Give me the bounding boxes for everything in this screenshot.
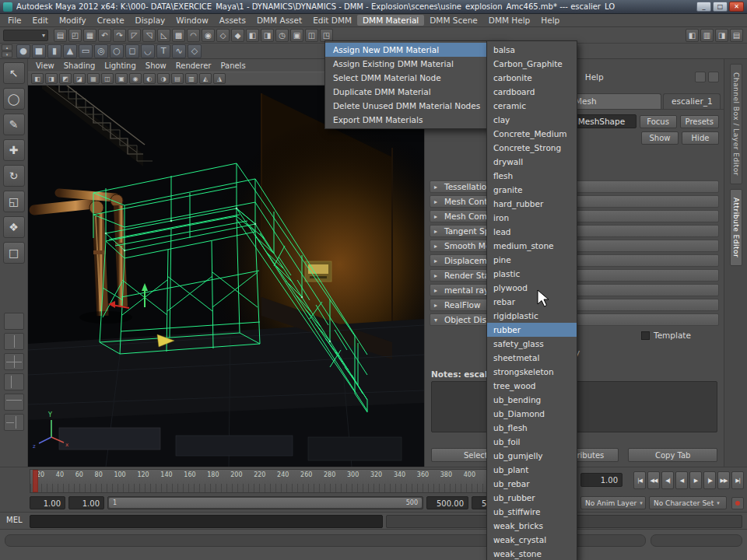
menu-item[interactable]: DMM Help — [483, 15, 535, 26]
menu-item[interactable]: Create — [92, 15, 130, 26]
material-item[interactable]: granite — [487, 183, 577, 197]
shelf-curve-icon[interactable]: ◡ — [141, 44, 155, 58]
render-current-frame-icon[interactable]: ▣ — [290, 29, 303, 42]
select-hierarchy-icon[interactable]: ◸ — [128, 29, 141, 42]
shelf-poly-icon[interactable]: ◇ — [188, 44, 202, 58]
ae-tab[interactable]: escalier_1 — [663, 93, 721, 109]
shelf-torus-icon[interactable]: ◎ — [94, 44, 108, 58]
dmm-menu-item[interactable]: Duplicate DMM Material ▸ — [325, 85, 504, 99]
layout-persp-outliner-button[interactable] — [4, 373, 24, 390]
material-item[interactable]: ub_plant — [487, 463, 577, 477]
copy-tab-icon[interactable] — [695, 72, 706, 82]
menu-item[interactable]: Assets — [214, 15, 251, 26]
shelf-plane-icon[interactable]: ▭ — [79, 44, 93, 58]
menu-item[interactable]: Edit — [27, 15, 54, 26]
gate-mask-icon[interactable]: ◉ — [129, 73, 142, 84]
material-item[interactable]: pine — [487, 253, 577, 267]
material-item[interactable]: ceramic — [487, 99, 577, 113]
material-item[interactable]: ub_stiffwire — [487, 505, 577, 519]
layout-single-pane-button[interactable] — [4, 313, 24, 330]
material-item[interactable]: tree_wood — [487, 379, 577, 393]
playback-button[interactable]: ◀| — [661, 471, 674, 489]
sidebar-vertical-tab[interactable]: Attribute Editor — [730, 189, 742, 266]
menu-item[interactable]: File — [2, 15, 27, 26]
grid-toggle-icon[interactable]: ▦ — [87, 73, 100, 84]
shelf-text-icon[interactable]: T — [156, 44, 170, 58]
wireframe-mode-icon[interactable]: ▥ — [185, 73, 198, 84]
material-item[interactable]: safety_glass — [487, 337, 577, 351]
material-item[interactable]: flesh — [487, 169, 577, 183]
range-slider[interactable]: 1 500 — [107, 496, 423, 509]
dmm-menu-item[interactable]: Assign Existing DMM Material ▸ — [325, 57, 504, 71]
command-input[interactable] — [30, 515, 383, 528]
minimize-button[interactable]: _ — [696, 2, 711, 12]
shelf-sphere-icon[interactable]: ● — [16, 44, 30, 58]
select-component-icon[interactable]: ◺ — [157, 29, 170, 42]
sidebar-vertical-tab[interactable]: Channel Box / Layer Editor — [730, 64, 742, 184]
sidebar-toggle-icon[interactable]: ◧ — [686, 29, 699, 42]
redo-icon[interactable]: ↷ — [113, 29, 126, 42]
command-language-label[interactable]: MEL — [6, 516, 23, 524]
material-item[interactable]: strongskeleton — [487, 365, 577, 379]
material-item[interactable]: weak_bricks — [487, 519, 577, 533]
material-item[interactable]: ub_rubber — [487, 491, 577, 505]
layout-four-pane-button[interactable] — [4, 353, 24, 370]
playback-button[interactable]: ▶| — [731, 471, 744, 489]
menu-item[interactable]: DMM Scene — [424, 15, 483, 26]
material-item[interactable]: Concrete_Strong — [487, 141, 577, 155]
hide-button[interactable]: Hide — [682, 131, 719, 145]
viewport-canvas[interactable]: Y z x — [28, 86, 424, 467]
rotate-tool[interactable]: ↻ — [3, 165, 25, 187]
lasso-select-tool[interactable]: ◯ — [3, 88, 25, 110]
shelf-cylinder-icon[interactable]: ▮ — [47, 44, 61, 58]
playback-button[interactable]: ▶ — [689, 471, 702, 489]
material-item[interactable]: ub_Diamond — [487, 407, 577, 421]
playback-button[interactable]: ◀ — [675, 471, 688, 489]
dmm-menu-item[interactable]: Export DMM Materials ▸ — [325, 113, 504, 127]
layout-hypershade-button[interactable] — [4, 394, 24, 411]
tool-settings-toggle-icon[interactable]: ▤ — [730, 29, 743, 42]
bookmarks-icon[interactable]: ◪ — [73, 73, 86, 84]
material-item[interactable]: medium_stone — [487, 239, 577, 253]
checkbox[interactable]: Template — [641, 331, 691, 340]
snap-grid-icon[interactable]: ▩ — [172, 29, 185, 42]
playback-button[interactable]: ◀◀ — [647, 471, 660, 489]
viewport-menu-item[interactable]: Renderer — [171, 61, 216, 70]
shelf-tab-up-button[interactable]: ▴ — [2, 44, 12, 51]
character-set-selector[interactable]: No Character Set▾ — [649, 496, 727, 509]
resolution-gate-icon[interactable]: ▣ — [115, 73, 128, 84]
material-item[interactable]: clay — [487, 113, 577, 127]
undo-icon[interactable]: ↶ — [98, 29, 111, 42]
field-chart-icon[interactable]: ◐ — [143, 73, 156, 84]
select-tool[interactable]: ↖ — [3, 62, 25, 84]
safe-action-icon[interactable]: ◑ — [157, 73, 170, 84]
material-item[interactable]: Carbon_Graphite — [487, 57, 577, 71]
lock-camera-icon[interactable]: ◨ — [45, 73, 58, 84]
snap-curve-icon[interactable]: ◠ — [187, 29, 200, 42]
anim-layer-selector[interactable]: No Anim Layer▾ — [580, 496, 646, 509]
paint-select-tool[interactable]: ✎ — [3, 114, 25, 135]
menu-item[interactable]: Help — [535, 15, 565, 26]
channel-box-toggle-icon[interactable]: ▥ — [700, 29, 714, 42]
playback-button[interactable]: ▶▶ — [717, 471, 730, 489]
current-frame-marker[interactable] — [33, 470, 38, 492]
material-item[interactable]: cardboard — [487, 85, 577, 99]
menu-item[interactable]: Window — [170, 15, 213, 26]
layout-custom-button[interactable] — [4, 414, 24, 431]
dmm-menu-item[interactable]: Delete Unused DMM Material Nodes ▸ — [325, 99, 504, 113]
material-item[interactable]: ub_flesh — [487, 421, 577, 435]
material-item[interactable]: ub_rebar — [487, 477, 577, 491]
pin-icon[interactable] — [708, 72, 719, 82]
material-item[interactable]: Concrete_Medium — [487, 127, 577, 141]
viewport-menu-item[interactable]: Panels — [216, 61, 250, 70]
material-item[interactable]: ub_foil — [487, 435, 577, 449]
menu-set-selector[interactable]: ▾ — [3, 30, 48, 41]
snap-point-icon[interactable]: ◉ — [202, 29, 215, 42]
textured-mode-icon[interactable]: ◮ — [213, 73, 226, 84]
ae-menu-item[interactable]: Help — [580, 72, 608, 82]
menu-item[interactable]: Modify — [54, 15, 92, 26]
menu-item[interactable]: DMM Asset — [251, 15, 307, 26]
material-item[interactable]: rubber — [487, 323, 577, 337]
dmm-menu-item[interactable]: Select DMM Material Node ▸ — [325, 71, 504, 85]
safe-title-icon[interactable]: ▤ — [171, 73, 184, 84]
